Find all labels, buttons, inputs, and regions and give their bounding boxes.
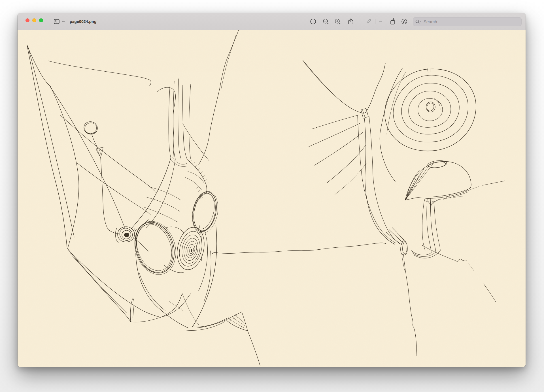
zoom-out-button[interactable]	[321, 17, 330, 26]
search-field[interactable]	[413, 17, 522, 26]
annotate-pen-icon	[401, 18, 408, 25]
minimize-button[interactable]	[32, 18, 36, 22]
chevron-down-icon	[62, 20, 65, 23]
sidebar-icon	[53, 18, 60, 25]
chevron-down-icon	[379, 20, 382, 23]
zoom-in-button[interactable]	[333, 17, 342, 26]
image-canvas[interactable]	[18, 30, 526, 367]
sidebar-menu-chevron[interactable]	[61, 17, 66, 26]
sketch-svg	[18, 30, 526, 367]
preview-window: page0024.png	[18, 13, 526, 367]
paper-texture	[18, 30, 526, 367]
info-icon	[310, 18, 316, 25]
zoom-in-icon	[334, 18, 341, 25]
info-button[interactable]	[309, 17, 318, 26]
search-icon	[415, 20, 421, 24]
rotate-button[interactable]	[388, 17, 398, 26]
share-button[interactable]	[346, 17, 355, 26]
share-icon	[347, 18, 354, 25]
markup-chevron-button[interactable]	[377, 17, 384, 26]
rotate-left-icon	[390, 18, 397, 25]
annotate-button[interactable]	[400, 17, 409, 26]
toolbar-divider	[375, 19, 375, 24]
markup-pencil-icon	[366, 18, 372, 25]
zoom-out-icon	[322, 18, 329, 25]
titlebar: page0024.png	[18, 13, 526, 30]
zoom-window-button[interactable]	[39, 18, 43, 22]
sidebar-toggle-button[interactable]	[52, 17, 61, 26]
markup-button[interactable]	[364, 17, 373, 26]
close-button[interactable]	[26, 18, 29, 22]
search-input[interactable]	[423, 19, 522, 24]
window-title: page0024.png	[70, 13, 97, 30]
